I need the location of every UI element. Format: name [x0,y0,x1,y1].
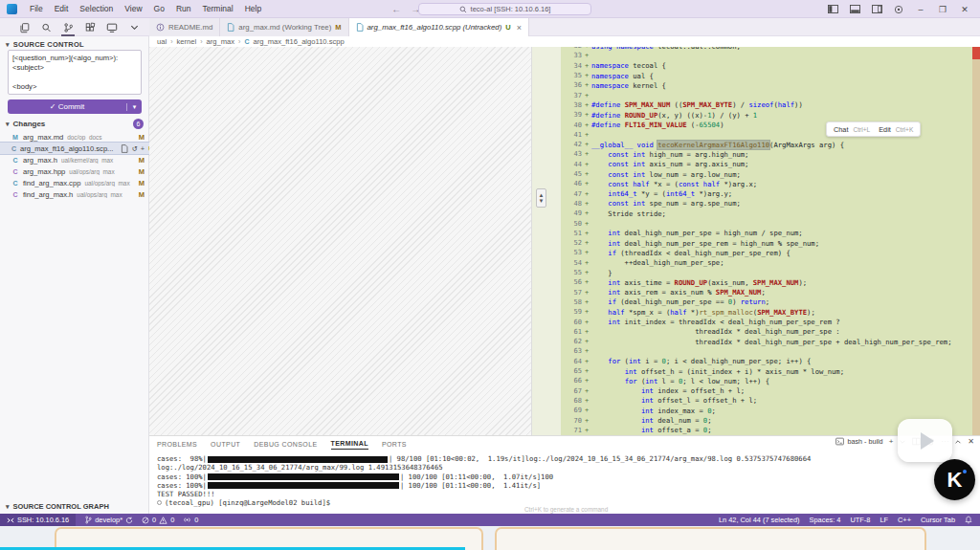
code-line[interactable]: 61+ threadIdx * deal_high_num_per_spe : [532,327,980,337]
minimize-button[interactable]: – [915,4,926,15]
code-line[interactable]: 57+ int axis_rem = axis_num % SPM_MAX_NU… [532,288,980,297]
code-line[interactable]: 59+ half *spm_x = (half *)rt_spm_malloc(… [532,307,980,317]
close-icon[interactable]: × [517,23,522,33]
customize-layout-icon[interactable] [893,4,904,15]
tab-arg_max_ft16_algo110.scpp[interactable]: arg_max_ft16_algo110.scpp (Untracked)U× [349,18,529,36]
code-line[interactable]: 42+__global__ void tecoKernelArgmaxFT16A… [532,140,980,149]
language-mode[interactable]: C++ [898,516,911,524]
breadcrumb-item[interactable]: ual [157,37,167,46]
command-center-search[interactable]: teco-al [SSH: 10.10.6.16] [418,3,591,15]
breadcrumb-item[interactable]: kernel [176,37,196,46]
code-line[interactable]: 66+ for (int l = 0; l < low_num; l++) { [532,376,980,385]
layout-sidebar-right-icon[interactable] [871,4,882,15]
changes-section-header[interactable]: ▾ Changes 6 [6,119,144,129]
problems-indicator[interactable]: 0 0 [142,516,174,524]
cursor-tab-indicator[interactable]: Cursor Tab [921,516,955,524]
edit-action[interactable]: Edit [879,125,891,134]
remote-indicator[interactable]: SSH: 10.10.6.16 [0,514,76,526]
changed-file-row[interactable]: Cfind_arg_max.hual/ops/arg_maxM [0,188,149,200]
code-line[interactable]: 46+ const half *x = (const half *)arg.x; [532,179,980,188]
notifications-bell-icon[interactable] [965,516,972,524]
menu-help[interactable]: Help [239,1,267,16]
layout-sidebar-left-icon[interactable] [827,4,838,15]
code-line[interactable]: 34+namespace tecoal { [532,61,980,71]
changed-file-row[interactable]: Carg_max.hppual/ops/arg_maxM [0,165,149,177]
menu-edit[interactable]: Edit [49,1,75,16]
menu-terminal[interactable]: Terminal [197,1,239,16]
encoding[interactable]: UTF-8 [850,516,870,524]
chat-action[interactable]: Chat [834,125,848,134]
restore-button[interactable]: ❐ [937,4,948,15]
code-line[interactable]: 51+ int deal_high_num_per_spe = high_num… [532,229,980,238]
branch-indicator[interactable]: develop* [84,516,133,524]
ports-indicator[interactable]: 0 [183,516,198,524]
code-line[interactable]: 67+ int index = offset_h + l; [532,386,980,396]
code-line[interactable]: 37+ [532,91,980,100]
code-line[interactable]: 50+ [532,218,980,228]
terminal-output[interactable]: cases: 98%|| 98/100 [01:10<00:02, 1.19s/… [157,454,811,508]
menu-go[interactable]: Go [148,1,170,16]
breadcrumb-item[interactable]: arg_max_ft16_algo110.scpp [253,37,344,46]
changed-file-row[interactable]: Marg_max.mddoc/op_docsM [0,131,149,143]
breadcrumb-item[interactable]: arg_max [207,37,235,46]
stage-changes-icon[interactable]: + [141,144,145,153]
code-line[interactable]: 45+ const int low_num = arg.low_num; [532,169,980,179]
code-line[interactable]: 52+ int deal_high_num_per_spe_rem = high… [532,238,980,248]
code-line[interactable]: 33+ [532,51,980,60]
code-line[interactable]: 55+ } [532,268,980,277]
menu-file[interactable]: File [24,1,49,16]
close-panel-icon[interactable]: ✕ [968,437,974,446]
code-line[interactable]: 39+#define ROUND_UP(x, y) ((x)-1) / (y) … [532,110,980,120]
changed-file-row[interactable]: Cfind_arg_max.cppual/ops/arg_maxM [0,177,149,188]
code-line[interactable]: 58+ if (deal_high_num_per_spe == 0) retu… [532,297,980,307]
commit-dropdown-button[interactable]: ▾ [126,103,142,111]
vscode-logo-icon[interactable] [7,4,17,14]
tab-readme.md[interactable]: README.md [149,18,220,36]
search-view-icon[interactable] [39,20,53,35]
discard-changes-icon[interactable]: ↺ [131,144,137,153]
panel-tab-output[interactable]: OUTPUT [211,441,240,450]
changed-file-row[interactable]: Carg_max_ft16_algo110.scp...↺+U [0,143,149,154]
code-line[interactable]: 54+ ++deal_high_num_per_spe; [532,258,980,268]
code-line[interactable]: 69+ int index_max = 0; [532,406,980,415]
code-pane[interactable]: ▲▼ 32+using namespace tecoal::ual::commo… [532,47,980,435]
indentation[interactable]: Spaces: 4 [810,516,841,524]
menu-selection[interactable]: Selection [74,1,119,16]
code-line[interactable]: 44+ const int axis_num = arg.axis_num; [532,160,980,169]
commit-button[interactable]: ✓ Commit ▾ [8,99,142,114]
menu-run[interactable]: Run [170,1,197,16]
source-control-view-icon[interactable] [61,20,75,35]
extensions-icon[interactable] [83,20,97,35]
more-views-chevron-icon[interactable] [127,20,141,35]
code-line[interactable]: 68+ int offset_l = offset_h + l; [532,396,980,406]
code-line[interactable]: 47+ int64_t *y = (int64_t *)arg.y; [532,189,980,199]
eol-sequence[interactable]: LF [880,516,888,524]
panel-tab-problems[interactable]: PROBLEMS [157,441,197,450]
code-line[interactable]: 35+namespace ual { [532,71,980,80]
inline-chat-hint[interactable]: Chat Ctrl+L Edit Ctrl+K [826,121,921,137]
code-line[interactable]: 36+namespace kernel { [532,80,980,90]
code-line[interactable]: 49+ Stride stride; [532,209,980,218]
menu-view[interactable]: View [119,1,147,16]
explorer-icon[interactable] [17,20,31,35]
terminal-instance-label[interactable]: bash - build [835,437,882,446]
tab-arg_max.md[interactable]: arg_max.md (Working Tree)M [220,18,348,36]
changed-file-row[interactable]: Carg_max.hual/kernel/arg_maxM [0,154,149,165]
code-line[interactable]: 43+ const int high_num = arg.high_num; [532,149,980,159]
maximize-panel-icon[interactable] [954,438,962,446]
source-control-header[interactable]: ▾ SOURCE CONTROL [6,40,84,49]
code-line[interactable]: 38+#define SPM_MAX_NUM ((SPM_MAX_BYTE) /… [532,100,980,110]
new-terminal-button[interactable]: + [889,437,894,446]
panel-tab-terminal[interactable]: TERMINAL [331,440,368,450]
panel-tab-debug-console[interactable]: DEBUG CONSOLE [254,441,317,450]
history-back-icon[interactable]: ← [391,4,401,14]
panel-tab-ports[interactable]: PORTS [382,441,407,450]
code-line[interactable]: 64+ for (int i = 0; i < deal_high_num_pe… [532,357,980,366]
screen-share-overlay-icon[interactable] [898,419,952,462]
code-line[interactable]: 62+ threadIdx * deal_high_num_per_spe + … [532,337,980,346]
code-line[interactable]: 63+ [532,346,980,356]
code-line[interactable]: 60+ int init_index = threadIdx < deal_hi… [532,317,980,326]
open-file-icon[interactable] [121,144,128,153]
code-line[interactable]: 53+ if (threadIdx < deal_high_num_per_sp… [532,248,980,257]
code-line[interactable]: 65+ int offset_h = (init_index + i) * ax… [532,366,980,376]
